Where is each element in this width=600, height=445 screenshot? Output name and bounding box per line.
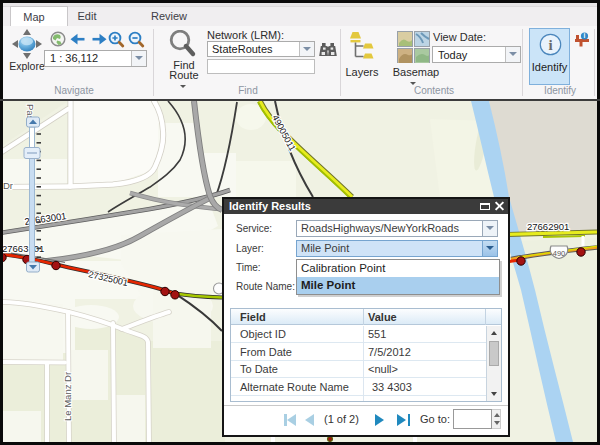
svg-text:490: 490 (553, 249, 566, 258)
svg-text:i: i (584, 32, 586, 39)
svg-text:i: i (548, 37, 552, 53)
svg-text:Le Manz Dr: Le Manz Dr (62, 372, 73, 421)
svg-text:Dr: Dr (3, 180, 13, 191)
svg-text:27662901: 27662901 (527, 221, 569, 232)
